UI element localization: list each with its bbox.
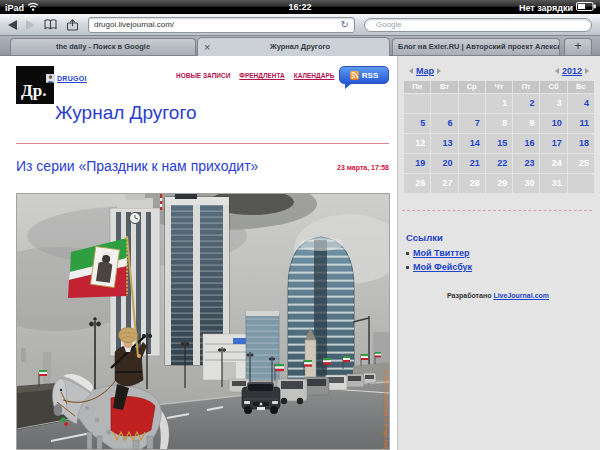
browser-toolbar: ↻	[0, 14, 600, 36]
nav-link-calendar[interactable]: КАЛЕНДАРЬ	[294, 72, 335, 79]
day-name: Пт	[513, 81, 539, 93]
day-name: Ср	[459, 81, 485, 93]
link-my-twitter[interactable]: Мой Твиттер	[413, 248, 470, 258]
status-bar: iPad 16:22 Нет зарядки	[0, 0, 600, 14]
calendar-day[interactable]: 20	[431, 154, 457, 173]
calendar: Мар 2012 Пн Вт Ср Чт Пт Сб В	[404, 66, 594, 193]
tab-zhurnal-drugogo[interactable]: × Журнал Другого	[197, 37, 390, 56]
list-item: Мой Фейсбук	[406, 262, 472, 272]
links-list: Мой Твиттер Мой Фейсбук	[406, 248, 472, 276]
calendar-day[interactable]: 21	[459, 154, 485, 173]
battery-icon	[576, 2, 596, 13]
year-prev-arrow[interactable]	[552, 68, 559, 74]
reload-button[interactable]: ↻	[341, 20, 349, 30]
credit-prefix: Разработано	[447, 292, 491, 299]
share-button[interactable]	[66, 19, 79, 31]
calendar-day[interactable]: 14	[459, 134, 485, 153]
calendar-day[interactable]: 22	[486, 154, 512, 173]
day-name: Пн	[404, 81, 430, 93]
calendar-day	[459, 94, 485, 113]
day-name: Сб	[540, 81, 566, 93]
nav-link-friends[interactable]: ФРЕНДЛЕНТА	[239, 72, 284, 79]
calendar-day: 8	[486, 114, 512, 133]
calendar-day[interactable]: 17	[540, 134, 566, 153]
calendar-day[interactable]: 5	[404, 114, 430, 133]
rss-icon	[350, 71, 359, 80]
list-item: Мой Твиттер	[406, 248, 472, 258]
calendar-day: 24	[540, 154, 566, 173]
credit-livejournal-link[interactable]: LiveJournal.com	[493, 292, 549, 299]
page-title: Журнал Другого	[55, 102, 197, 124]
back-button[interactable]	[8, 20, 17, 30]
clock-label: 16:22	[0, 2, 600, 12]
calendar-day[interactable]: 16	[513, 134, 539, 153]
day-name: Вс	[568, 81, 594, 93]
rss-button[interactable]: RSS	[339, 66, 389, 84]
bookmarks-button[interactable]	[44, 19, 57, 30]
calendar-day[interactable]: 7	[459, 114, 485, 133]
user-row: DRUGOI	[46, 69, 87, 87]
month-next-arrow[interactable]	[437, 68, 444, 74]
calendar-day[interactable]: 13	[431, 134, 457, 153]
username-link[interactable]: DRUGOI	[57, 75, 87, 82]
tab-google-search[interactable]: the daily - Поиск в Google	[10, 38, 196, 55]
year-next-arrow[interactable]	[585, 68, 592, 74]
address-bar[interactable]: ↻	[88, 17, 355, 33]
battery-status-label: Нет зарядки	[519, 3, 573, 13]
new-tab-button[interactable]: +	[564, 38, 592, 55]
search-bar[interactable]	[364, 18, 592, 32]
calendar-day: 9	[513, 114, 539, 133]
search-input[interactable]	[374, 19, 582, 30]
photo-watermark: © 2012 | published in drugoi.livejournal…	[383, 370, 389, 449]
link-my-facebook[interactable]: Мой Фейсбук	[413, 262, 472, 272]
tab-title: Журнал Другого	[270, 42, 330, 51]
calendar-day[interactable]: 23	[513, 154, 539, 173]
tab-bar: the daily - Поиск в Google × Журнал Друг…	[0, 36, 600, 56]
calendar-day[interactable]: 11	[568, 114, 594, 133]
post-photo: © 2012 | published in drugoi.livejournal…	[16, 193, 390, 450]
tab-exler-blog[interactable]: Блог на Exler.RU | Авторский проект Алек…	[392, 38, 560, 55]
day-name: Чт	[486, 81, 512, 93]
day-name: Вт	[431, 81, 457, 93]
user-avatar-icon	[46, 69, 55, 87]
sidebar: Мар 2012 Пн Вт Ср Чт Пт Сб В	[397, 56, 600, 450]
calendar-day[interactable]: 6	[431, 114, 457, 133]
calendar-day[interactable]: 2	[513, 94, 539, 113]
calendar-day: 30	[513, 174, 539, 193]
url-input[interactable]	[94, 20, 341, 29]
calendar-day[interactable]: 10	[540, 114, 566, 133]
calendar-header: Мар 2012	[404, 66, 594, 79]
bullet-icon	[406, 266, 409, 269]
calendar-day: 28	[459, 174, 485, 193]
calendar-grid: 1 2 3 4 5 6 7 8 9 10 11 12 13 14 15 16 1	[404, 94, 594, 193]
calendar-day[interactable]: 15	[486, 134, 512, 153]
close-tab-icon[interactable]: ×	[204, 38, 210, 56]
sidebar-divider	[402, 210, 592, 211]
calendar-day[interactable]: 4	[568, 94, 594, 113]
post-title[interactable]: Из серии «Праздник к нам приходит»	[16, 158, 258, 174]
forward-button[interactable]	[26, 20, 35, 30]
rss-label: RSS	[362, 71, 378, 80]
calendar-year-label[interactable]: 2012	[562, 66, 582, 76]
header-divider	[16, 143, 389, 144]
nav-link-new-entries[interactable]: НОВЫЕ ЗАПИСИ	[176, 72, 230, 79]
calendar-day: 31	[540, 174, 566, 193]
calendar-day	[431, 94, 457, 113]
calendar-day	[404, 94, 430, 113]
photo-illustration: © 2012 | published in drugoi.livejournal…	[17, 194, 389, 449]
calendar-day[interactable]: 18	[568, 134, 594, 153]
calendar-day[interactable]: 19	[404, 154, 430, 173]
calendar-day: 3	[540, 94, 566, 113]
links-heading: Ссылки	[406, 232, 443, 243]
credit-line: Разработано LiveJournal.com	[398, 292, 598, 299]
calendar-day	[568, 174, 594, 193]
calendar-day: 25	[568, 154, 594, 173]
month-prev-arrow[interactable]	[406, 68, 413, 74]
ipad-safari-screen: iPad 16:22 Нет зарядки ↻ the daily - Пои…	[0, 0, 600, 450]
calendar-month-label[interactable]: Мар	[416, 66, 434, 76]
calendar-day-names: Пн Вт Ср Чт Пт Сб Вс	[404, 81, 594, 93]
web-page: Др. DRUGOI НОВЫЕ ЗАПИСИ ФРЕНДЛЕНТА КАЛЕН…	[0, 56, 600, 450]
bullet-icon	[406, 252, 409, 255]
calendar-day: 27	[431, 174, 457, 193]
calendar-day: 29	[486, 174, 512, 193]
